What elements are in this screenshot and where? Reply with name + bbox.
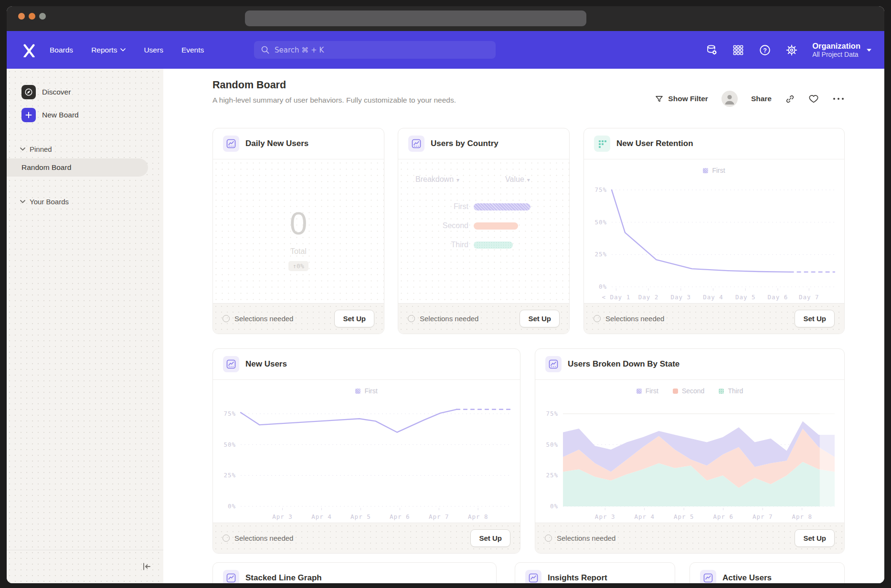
set-up-button[interactable]: Set Up xyxy=(334,310,374,327)
board-main: Random Board A high-level summary of use… xyxy=(163,69,884,583)
window-minimize-button[interactable] xyxy=(29,13,35,20)
help-icon[interactable]: ? xyxy=(759,44,771,56)
svg-text:Day 6: Day 6 xyxy=(768,294,788,301)
card-new-user-retention: New User Retention First 75%50%25%0%< Da… xyxy=(583,128,845,334)
window-zoom-button[interactable] xyxy=(39,13,46,20)
window-close-button[interactable] xyxy=(18,13,25,20)
compass-icon xyxy=(21,85,36,99)
card-stacked-line-graph[interactable]: Stacked Line Graph xyxy=(212,562,497,583)
bar-chart-body: Breakdown▾ Value▾ First Second xyxy=(398,160,569,303)
card-title: Active Users xyxy=(722,573,772,583)
selections-needed-status: Selections needed xyxy=(545,534,615,542)
metric-label: Total xyxy=(213,247,384,256)
svg-text:Apr 8: Apr 8 xyxy=(792,513,812,520)
chevron-down-icon xyxy=(20,147,25,151)
chevron-down-icon xyxy=(20,200,25,203)
sidebar-section-your-boards[interactable]: Your Boards xyxy=(20,198,69,206)
selections-needed-status: Selections needed xyxy=(408,315,478,323)
mixpanel-logo-icon[interactable] xyxy=(21,42,37,58)
set-up-button[interactable]: Set Up xyxy=(795,529,835,547)
sidebar-divider xyxy=(7,550,163,550)
sidebar: Discover New Board Pinned Random Board xyxy=(7,69,163,583)
retention-line-chart: 75%50%25%0%< Day 1Day 2Day 3Day 4Day 5Da… xyxy=(584,176,844,303)
window-titlebar xyxy=(7,6,884,31)
browser-window: Boards Reports Users Events xyxy=(7,6,884,583)
nav-menu: Boards Reports Users Events xyxy=(50,46,204,54)
board-controls: Show Filter Share xyxy=(655,90,845,108)
show-filter-button[interactable]: Show Filter xyxy=(655,94,708,104)
chevron-down-icon xyxy=(120,48,126,52)
sidebar-item-random-board[interactable]: Random Board xyxy=(7,158,148,177)
legend-swatch xyxy=(703,168,708,173)
avatar[interactable] xyxy=(721,91,738,107)
legend-swatch xyxy=(719,388,724,394)
svg-text:Apr 7: Apr 7 xyxy=(429,513,449,520)
breakdown-dropdown[interactable]: Breakdown▾ xyxy=(415,175,459,184)
new-users-line-chart: 75%50%25%0%Apr 3Apr 4Apr 5Apr 6Apr 7Apr … xyxy=(213,397,520,523)
status-circle-icon xyxy=(408,315,415,322)
more-options-button[interactable] xyxy=(832,96,845,101)
bar-third xyxy=(474,242,513,249)
plus-icon xyxy=(21,108,36,122)
sidebar-item-discover[interactable]: Discover xyxy=(21,85,71,99)
chart-legend: First Second Third xyxy=(535,380,844,397)
svg-text:50%: 50% xyxy=(594,219,607,226)
card-users-by-country: Users by Country Breakdown▾ Value▾ First… xyxy=(398,128,570,334)
filter-icon xyxy=(655,94,664,104)
svg-text:Apr 6: Apr 6 xyxy=(390,513,410,520)
org-project: All Project Data xyxy=(812,51,860,59)
address-bar[interactable] xyxy=(245,10,586,26)
svg-text:Day 3: Day 3 xyxy=(670,294,691,301)
svg-text:Day 5: Day 5 xyxy=(735,294,756,301)
svg-text:0%: 0% xyxy=(550,503,558,510)
heart-icon xyxy=(808,94,819,104)
nav-right-cluster: ? Organization All P xyxy=(705,31,872,69)
favorite-button[interactable] xyxy=(808,94,819,104)
svg-text:Apr 4: Apr 4 xyxy=(634,513,655,520)
sidebar-item-new-board[interactable]: New Board xyxy=(21,108,79,122)
nav-item-events[interactable]: Events xyxy=(181,46,204,54)
bar-second xyxy=(474,222,518,230)
nav-item-reports[interactable]: Reports xyxy=(91,46,126,54)
share-button[interactable]: Share xyxy=(751,94,772,103)
svg-text:Apr 3: Apr 3 xyxy=(272,513,293,520)
svg-text:25%: 25% xyxy=(223,472,236,479)
card-insights-report[interactable]: Insights Report xyxy=(515,562,675,583)
page-subtitle: A high-level summary of user behaviors. … xyxy=(212,96,456,105)
card-active-users[interactable]: Active Users xyxy=(689,562,845,583)
card-new-users: New Users First 75%50%25%0%Apr 3Apr 4Apr… xyxy=(212,348,520,554)
metric-body: 0 Total ↑0% xyxy=(213,160,384,303)
card-title: Users Broken Down By State xyxy=(568,359,679,369)
collapse-sidebar-button[interactable] xyxy=(140,560,153,573)
selections-needed-status: Selections needed xyxy=(223,315,293,323)
svg-text:25%: 25% xyxy=(594,251,607,258)
svg-text:?: ? xyxy=(763,47,767,53)
retention-chart-body: First 75%50%25%0%< Day 1Day 2Day 3Day 4D… xyxy=(584,160,844,303)
svg-text:Day 4: Day 4 xyxy=(703,294,723,301)
data-management-icon[interactable] xyxy=(705,44,718,56)
line-chart-icon xyxy=(700,570,716,583)
nav-item-users[interactable]: Users xyxy=(144,46,163,54)
svg-text:75%: 75% xyxy=(594,186,607,193)
set-up-button[interactable]: Set Up xyxy=(520,310,560,327)
org-name: Organization xyxy=(812,41,860,51)
search-icon xyxy=(261,45,270,54)
status-circle-icon xyxy=(223,315,230,322)
status-circle-icon xyxy=(545,535,552,542)
card-title: Stacked Line Graph xyxy=(245,573,322,583)
org-switcher[interactable]: Organization All Project Data xyxy=(812,41,872,59)
settings-gear-icon[interactable] xyxy=(785,44,798,56)
line-chart-icon xyxy=(223,356,239,372)
svg-text:0%: 0% xyxy=(599,283,607,290)
set-up-button[interactable]: Set Up xyxy=(795,310,835,327)
chart-legend: First xyxy=(213,380,520,397)
sidebar-section-pinned[interactable]: Pinned xyxy=(20,145,52,153)
value-dropdown[interactable]: Value▾ xyxy=(505,175,530,184)
card-footer: Selections needed Set Up xyxy=(398,303,569,334)
nav-item-boards[interactable]: Boards xyxy=(50,46,73,54)
apps-grid-icon[interactable] xyxy=(732,44,744,56)
global-search[interactable] xyxy=(254,41,496,59)
copy-link-button[interactable] xyxy=(785,94,795,104)
search-input[interactable] xyxy=(275,46,489,54)
set-up-button[interactable]: Set Up xyxy=(470,529,510,547)
